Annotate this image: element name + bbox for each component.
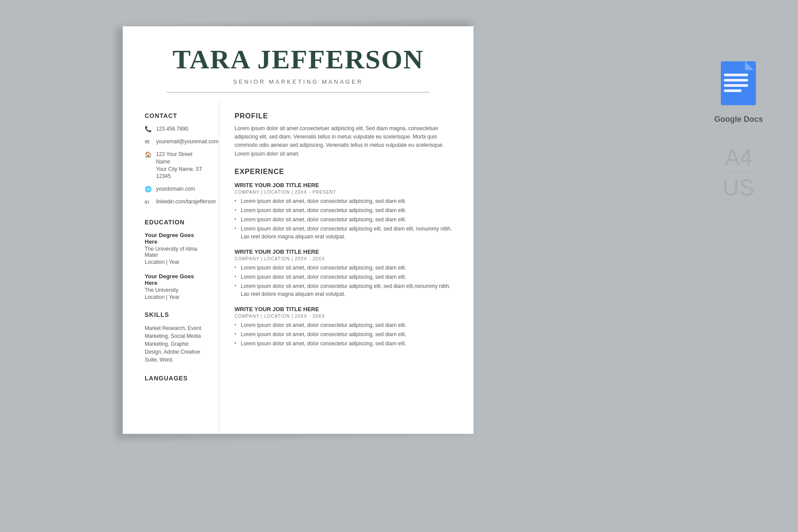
edu-university-2: The University	[145, 287, 208, 293]
edu-degree-2: Your Degree Goes Here	[145, 273, 208, 286]
svg-rect-6	[724, 89, 741, 92]
edu-university-1: The University of Alma Mater	[145, 246, 208, 258]
job-meta-3: COMPANY | LOCATION | 20XX - 20XX	[235, 314, 456, 319]
google-docs-icon	[719, 61, 758, 110]
address-icon: 🏠	[145, 151, 152, 158]
phone-icon: 📞	[145, 126, 152, 133]
size-separator	[725, 172, 752, 173]
profile-title: PROFILE	[235, 112, 456, 120]
resume-name: TARA JEFFERSON	[145, 44, 452, 75]
languages-section: LANGUAGES	[145, 375, 208, 382]
contact-website-item: 🌐 yourdomain.com	[145, 185, 208, 193]
education-section: EDUCATION Your Degree Goes Here The Univ…	[145, 219, 208, 300]
job-entry-1: WRITE YOUR JOB TITLE HERE COMPANY | LOCA…	[235, 182, 456, 241]
resume-header: TARA JEFFERSON SENIOR MARKETING MANAGER	[123, 26, 474, 101]
bullet-1-3: Lorem ipsum dolor sit amet, dolor consec…	[235, 216, 456, 223]
svg-rect-5	[724, 84, 748, 87]
resume-subtitle: SENIOR MARKETING MANAGER	[145, 78, 452, 85]
right-column: PROFILE Lorem ipsum dolor sit amet conse…	[219, 101, 474, 434]
docs-label: Docs	[744, 115, 763, 124]
bullet-3-1: Lorem ipsum dolor sit amet, dolor consec…	[235, 321, 456, 329]
resume-document: TARA JEFFERSON SENIOR MARKETING MANAGER …	[123, 26, 474, 434]
contact-phone: 123.456.7890	[156, 125, 188, 133]
job-bullets-2: Lorem ipsum dolor sit amet, dolor consec…	[235, 264, 456, 298]
contact-section: CONTACT 📞 123.456.7890 ✉ youremail@youre…	[145, 112, 208, 206]
job-title-1: WRITE YOUR JOB TITLE HERE	[235, 182, 456, 188]
skills-section: SKILLS Market Research, Event Marketing,…	[145, 311, 208, 364]
contact-title: CONTACT	[145, 112, 208, 119]
svg-rect-3	[724, 74, 748, 76]
svg-rect-4	[724, 79, 748, 82]
languages-title: LANGUAGES	[145, 375, 208, 382]
experience-title: EXPERIENCE	[235, 168, 456, 176]
job-bullets-3: Lorem ipsum dolor sit amet, dolor consec…	[235, 321, 456, 348]
bullet-3-2: Lorem ipsum dolor sit amet, dolor consec…	[235, 330, 456, 338]
edu-meta-1: Location | Year	[145, 259, 208, 265]
job-title-2: WRITE YOUR JOB TITLE HERE	[235, 248, 456, 255]
google-docs-label: Google Docs	[714, 115, 763, 124]
contact-address: 123 Your Street Name Your City Name, ST …	[156, 151, 208, 180]
google-docs-panel: Google Docs A4 US	[714, 61, 763, 199]
bullet-1-2: Lorem ipsum dolor sit amet, dolor consec…	[235, 206, 456, 214]
contact-email: youremail@youremail.com	[156, 138, 218, 145]
google-label: Google	[714, 115, 744, 124]
contact-address-item: 🏠 123 Your Street Name Your City Name, S…	[145, 151, 208, 180]
job-bullets-1: Lorem ipsum dolor sit amet, dolor consec…	[235, 197, 456, 241]
edu-entry-2: Your Degree Goes Here The University Loc…	[145, 273, 208, 300]
linkedin-icon: in	[145, 199, 152, 206]
job-meta-1: COMPANY | LOCATION | 20XX - PRESENT	[235, 190, 456, 195]
contact-linkedin-item: in linkedin.com/tarajefferson	[145, 198, 208, 206]
email-icon: ✉	[145, 138, 152, 145]
contact-email-item: ✉ youremail@youremail.com	[145, 138, 208, 145]
job-meta-2: COMPANY | LOCATION | 20XX - 20XX	[235, 256, 456, 261]
skills-text: Market Research, Event Marketing, Social…	[145, 324, 208, 364]
job-entry-3: WRITE YOUR JOB TITLE HERE COMPANY | LOCA…	[235, 306, 456, 348]
job-title-3: WRITE YOUR JOB TITLE HERE	[235, 306, 456, 312]
education-title: EDUCATION	[145, 219, 208, 226]
bullet-2-1: Lorem ipsum dolor sit amet, dolor consec…	[235, 264, 456, 272]
header-divider	[167, 92, 430, 92]
experience-section: EXPERIENCE WRITE YOUR JOB TITLE HERE COM…	[235, 168, 456, 348]
size-a4: A4	[725, 146, 753, 169]
bullet-1-4: Lorem ipsum dolor sit amet, dolor consec…	[235, 225, 456, 241]
job-entry-2: WRITE YOUR JOB TITLE HERE COMPANY | LOCA…	[235, 248, 456, 298]
contact-linkedin: linkedin.com/tarajefferson	[156, 198, 216, 206]
profile-section: PROFILE Lorem ipsum dolor sit amet conse…	[235, 112, 456, 158]
edu-degree-1: Your Degree Goes Here	[145, 232, 208, 245]
bullet-2-2: Lorem ipsum dolor sit amet, dolor consec…	[235, 273, 456, 281]
website-icon: 🌐	[145, 186, 152, 193]
contact-website: yourdomain.com	[156, 185, 195, 193]
bullet-1-1: Lorem ipsum dolor sit amet, dolor consec…	[235, 197, 456, 205]
bullet-2-3: Lorem ipsum dolor sit amet, dolor consec…	[235, 282, 456, 298]
contact-phone-item: 📞 123.456.7890	[145, 125, 208, 133]
edu-meta-2: Location | Year	[145, 294, 208, 300]
profile-text: Lorem ipsum dolor sit amet consectetuer …	[235, 124, 456, 158]
size-us: US	[723, 176, 754, 199]
skills-title: SKILLS	[145, 311, 208, 318]
size-panel: A4 US	[723, 146, 754, 199]
edu-entry-1: Your Degree Goes Here The University of …	[145, 232, 208, 265]
resume-body: CONTACT 📞 123.456.7890 ✉ youremail@youre…	[123, 101, 474, 434]
bullet-3-3: Lorem ipsum dolor sit amet, dolor consec…	[235, 340, 456, 348]
left-column: CONTACT 📞 123.456.7890 ✉ youremail@youre…	[123, 101, 219, 434]
